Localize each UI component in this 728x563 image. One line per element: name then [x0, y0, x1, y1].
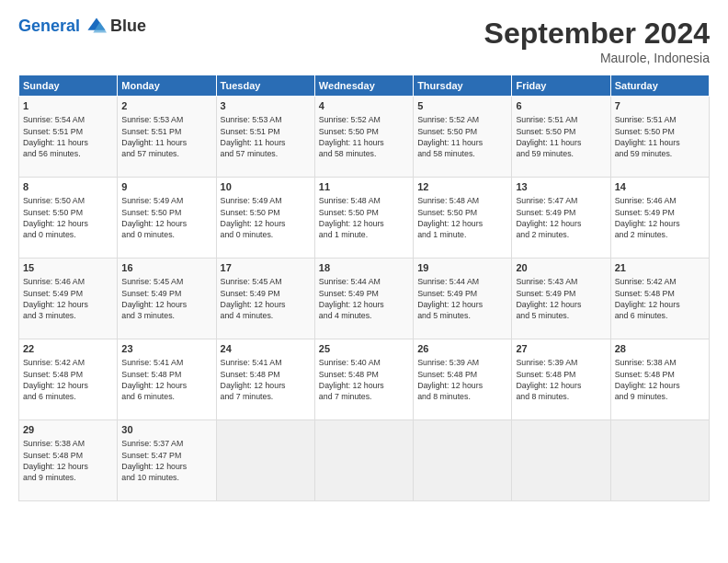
- col-friday: Friday: [512, 75, 610, 97]
- day-info: Daylight: 12 hours: [615, 218, 705, 229]
- day-info: Sunrise: 5:51 AM: [615, 114, 705, 125]
- table-row: [610, 420, 709, 501]
- table-row: 22Sunrise: 5:42 AMSunset: 5:48 PMDayligh…: [19, 339, 118, 420]
- col-tuesday: Tuesday: [216, 75, 314, 97]
- day-info: Daylight: 12 hours: [23, 218, 113, 229]
- col-thursday: Thursday: [414, 75, 512, 97]
- day-info: Daylight: 11 hours: [23, 137, 113, 148]
- table-row: 1Sunrise: 5:54 AMSunset: 5:51 PMDaylight…: [19, 97, 118, 178]
- day-info: and 5 minutes.: [516, 310, 606, 321]
- day-info: Daylight: 12 hours: [417, 218, 507, 229]
- day-info: Sunrise: 5:50 AM: [23, 195, 113, 206]
- day-number: 23: [121, 342, 211, 356]
- day-info: Sunset: 5:49 PM: [121, 288, 211, 299]
- day-info: Daylight: 12 hours: [121, 380, 211, 391]
- table-row: 26Sunrise: 5:39 AMSunset: 5:48 PMDayligh…: [414, 339, 512, 420]
- day-number: 3: [221, 99, 311, 113]
- table-row: 4Sunrise: 5:52 AMSunset: 5:50 PMDaylight…: [314, 97, 413, 178]
- day-info: Sunrise: 5:48 AM: [319, 195, 409, 206]
- day-number: 7: [615, 99, 705, 113]
- table-row: 13Sunrise: 5:47 AMSunset: 5:49 PMDayligh…: [512, 178, 610, 259]
- day-info: Daylight: 12 hours: [121, 218, 211, 229]
- day-info: Sunrise: 5:39 AM: [417, 357, 507, 368]
- logo-text-general: General: [18, 17, 80, 35]
- day-number: 9: [121, 180, 211, 194]
- table-row: 17Sunrise: 5:45 AMSunset: 5:49 PMDayligh…: [216, 259, 314, 339]
- day-info: Daylight: 12 hours: [319, 299, 409, 310]
- table-row: 18Sunrise: 5:44 AMSunset: 5:49 PMDayligh…: [314, 259, 413, 339]
- day-info: and 59 minutes.: [516, 148, 606, 159]
- day-number: 5: [417, 99, 507, 113]
- day-number: 20: [516, 261, 606, 275]
- day-info: Sunset: 5:51 PM: [23, 126, 113, 137]
- day-info: Sunset: 5:48 PM: [221, 369, 311, 380]
- day-info: Sunset: 5:50 PM: [221, 207, 311, 218]
- day-info: Sunrise: 5:53 AM: [121, 114, 211, 125]
- day-info: Sunrise: 5:42 AM: [23, 357, 113, 368]
- table-row: 3Sunrise: 5:53 AMSunset: 5:51 PMDaylight…: [216, 97, 314, 178]
- day-info: and 6 minutes.: [23, 391, 113, 402]
- day-info: Sunrise: 5:42 AM: [615, 276, 705, 287]
- day-info: Sunset: 5:49 PM: [516, 207, 606, 218]
- day-number: 21: [615, 261, 705, 275]
- day-info: and 2 minutes.: [516, 229, 606, 240]
- day-info: Daylight: 12 hours: [23, 461, 113, 472]
- day-info: Daylight: 11 hours: [417, 137, 507, 148]
- day-info: Sunrise: 5:52 AM: [319, 114, 409, 125]
- day-info: Sunrise: 5:48 AM: [417, 195, 507, 206]
- table-row: 24Sunrise: 5:41 AMSunset: 5:48 PMDayligh…: [216, 339, 314, 420]
- day-info: Sunrise: 5:37 AM: [121, 438, 211, 449]
- day-info: Sunrise: 5:41 AM: [221, 357, 311, 368]
- day-info: Daylight: 11 hours: [615, 137, 705, 148]
- col-monday: Monday: [118, 75, 216, 97]
- day-info: Sunrise: 5:38 AM: [23, 438, 113, 449]
- day-info: Daylight: 12 hours: [615, 299, 705, 310]
- day-info: Sunset: 5:49 PM: [319, 288, 409, 299]
- table-row: [314, 420, 413, 501]
- table-row: [216, 420, 314, 501]
- day-info: Daylight: 12 hours: [121, 461, 211, 472]
- day-info: Sunset: 5:50 PM: [615, 126, 705, 137]
- day-info: and 5 minutes.: [417, 310, 507, 321]
- day-info: and 0 minutes.: [221, 229, 311, 240]
- day-info: Daylight: 12 hours: [319, 218, 409, 229]
- day-number: 25: [319, 342, 409, 356]
- table-row: 30Sunrise: 5:37 AMSunset: 5:47 PMDayligh…: [118, 420, 216, 501]
- day-info: Daylight: 12 hours: [615, 380, 705, 391]
- day-info: Daylight: 12 hours: [221, 380, 311, 391]
- table-row: 11Sunrise: 5:48 AMSunset: 5:50 PMDayligh…: [314, 178, 413, 259]
- day-number: 28: [615, 342, 705, 356]
- day-info: and 7 minutes.: [221, 391, 311, 402]
- day-info: Sunset: 5:48 PM: [615, 288, 705, 299]
- day-info: Sunset: 5:50 PM: [516, 126, 606, 137]
- day-info: Sunrise: 5:46 AM: [615, 195, 705, 206]
- day-info: Sunset: 5:49 PM: [23, 288, 113, 299]
- day-number: 24: [221, 342, 311, 356]
- day-info: and 7 minutes.: [319, 391, 409, 402]
- day-info: Daylight: 12 hours: [221, 218, 311, 229]
- month-title: September 2024: [484, 17, 710, 51]
- day-info: Sunrise: 5:52 AM: [417, 114, 507, 125]
- col-wednesday: Wednesday: [314, 75, 413, 97]
- day-number: 10: [221, 180, 311, 194]
- day-info: Daylight: 12 hours: [516, 218, 606, 229]
- table-row: [512, 420, 610, 501]
- day-info: and 4 minutes.: [319, 310, 409, 321]
- day-number: 16: [121, 261, 211, 275]
- day-number: 27: [516, 342, 606, 356]
- day-info: and 8 minutes.: [417, 391, 507, 402]
- week-row-2: 8Sunrise: 5:50 AMSunset: 5:50 PMDaylight…: [19, 178, 710, 259]
- day-number: 13: [516, 180, 606, 194]
- day-info: Sunset: 5:51 PM: [221, 126, 311, 137]
- day-info: and 56 minutes.: [23, 148, 113, 159]
- day-info: Sunset: 5:48 PM: [319, 369, 409, 380]
- day-info: Sunset: 5:48 PM: [615, 369, 705, 380]
- table-row: 6Sunrise: 5:51 AMSunset: 5:50 PMDaylight…: [512, 97, 610, 178]
- logo-text-blue: Blue: [110, 17, 146, 36]
- day-info: Sunrise: 5:49 AM: [221, 195, 311, 206]
- day-number: 6: [516, 99, 606, 113]
- table-row: 12Sunrise: 5:48 AMSunset: 5:50 PMDayligh…: [414, 178, 512, 259]
- day-info: and 57 minutes.: [121, 148, 211, 159]
- day-number: 22: [23, 342, 113, 356]
- day-info: and 2 minutes.: [615, 229, 705, 240]
